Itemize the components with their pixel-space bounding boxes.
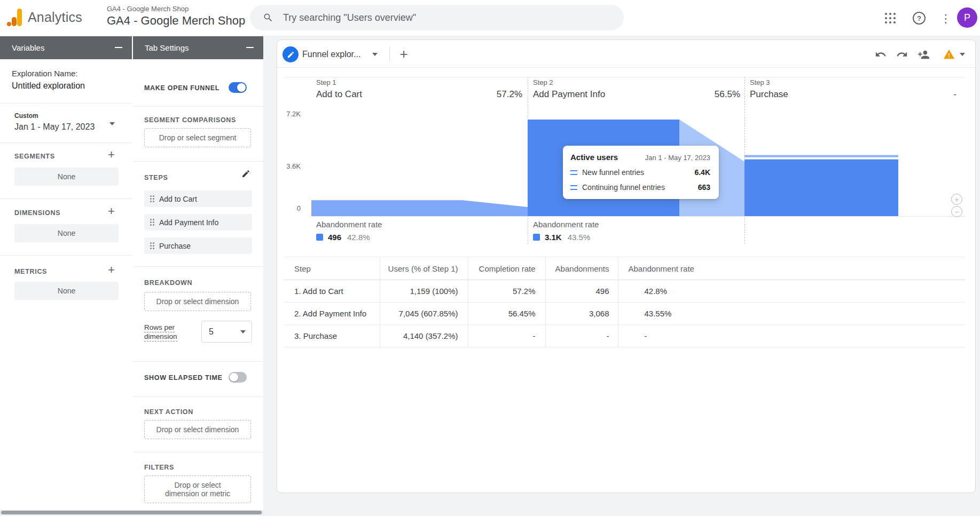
next-action-label: NEXT ACTION	[144, 408, 193, 416]
global-search	[250, 5, 624, 30]
col-header-abandonment-rate: Abandonment rate	[618, 257, 965, 280]
top-app-bar: Analytics GA4 - Google Merch Shop GA4 - …	[0, 0, 980, 36]
variables-panel: Variables Exploration Name: Untitled exp…	[0, 36, 132, 512]
tab-settings-panel-title: Tab Settings	[145, 43, 189, 52]
funnel-step-item[interactable]: Add Payment Info	[144, 214, 252, 231]
abandonment-step-1: Abandonment rate 496 42.8%	[316, 220, 382, 242]
edit-steps-pencil-icon[interactable]	[241, 169, 250, 178]
search-input[interactable]	[282, 12, 583, 24]
cell-step: 3. Purchase	[285, 325, 380, 347]
exploration-name-value[interactable]: Untitled exploration	[12, 81, 85, 91]
add-dimension-button[interactable]: +	[108, 205, 115, 217]
zoom-out-icon[interactable]: −	[951, 206, 962, 217]
abandonment-label: Abandonment rate	[533, 220, 599, 229]
avatar[interactable]: P	[957, 7, 977, 28]
help-icon[interactable]: ?	[912, 11, 926, 25]
divider	[389, 46, 390, 61]
chart-baseline	[311, 216, 965, 217]
canvas-tab-strip: Funnel explor... +	[277, 40, 975, 68]
abandonment-rate: 43.5%	[568, 233, 591, 242]
funnel-step-item-label: Add Payment Info	[159, 218, 218, 227]
funnel-step-item-label: Add to Cart	[159, 195, 197, 203]
drag-handle-icon	[150, 219, 152, 220]
tooltip-row-label: New funnel entries	[582, 168, 644, 177]
filters-label: FILTERS	[144, 464, 174, 471]
drag-handle-icon	[150, 195, 152, 197]
abandonment-count: 3.1K	[545, 233, 562, 242]
divider	[133, 452, 263, 453]
add-metric-button[interactable]: +	[108, 264, 115, 276]
date-range-value[interactable]: Jan 1 - May 17, 2023	[14, 122, 95, 132]
cell-step: 2. Add Payment Info	[285, 303, 380, 325]
col-header-step: Step	[285, 257, 380, 280]
abandonment-count: 496	[328, 233, 341, 242]
y-axis-tick: 0	[277, 204, 301, 212]
breakdown-dropzone[interactable]: Drop or select dimension	[144, 292, 251, 311]
undo-icon[interactable]	[874, 48, 887, 61]
divider	[0, 142, 132, 143]
divider	[133, 361, 263, 362]
warning-caret-icon[interactable]	[960, 53, 965, 56]
make-open-funnel-label: MAKE OPEN FUNNEL	[144, 84, 219, 92]
divider	[133, 161, 263, 162]
tab-edit-circle[interactable]	[283, 46, 299, 62]
col-header-abandonments: Abandonments	[545, 257, 618, 280]
y-axis-tick: 3.6K	[277, 162, 301, 170]
cell-users: 1,159 (100%)	[380, 280, 468, 303]
cell-completion-rate: 56.45%	[468, 303, 545, 325]
date-range-caret-icon[interactable]	[109, 122, 115, 125]
apps-grid-icon[interactable]	[883, 11, 897, 25]
scrollbar-thumb[interactable]	[1, 511, 262, 514]
col-header-users: Users (% of Step 1)	[380, 257, 468, 280]
redo-icon[interactable]	[896, 48, 908, 61]
tab-settings-panel: Tab Settings MAKE OPEN FUNNEL SEGMENT CO…	[133, 36, 263, 512]
exploration-canvas: Funnel explor... +	[277, 39, 976, 493]
show-elapsed-time-label: SHOW ELAPSED TIME	[144, 374, 223, 382]
next-action-dropzone[interactable]: Drop or select dimension	[144, 420, 251, 439]
zoom-in-icon[interactable]: +	[951, 194, 962, 205]
y-axis-tick: 7.2K	[277, 110, 301, 118]
kebab-menu-icon[interactable]: ⋮	[939, 11, 953, 25]
minimize-variables-button[interactable]	[113, 42, 124, 53]
rows-per-dimension-select[interactable]: 5	[201, 321, 252, 343]
add-tab-button[interactable]: +	[395, 45, 413, 63]
tab-funnel-exploration[interactable]: Funnel explor...	[302, 50, 360, 59]
chevron-down-icon	[240, 330, 246, 334]
tooltip-title: Active users	[570, 153, 618, 162]
tooltip-row-value: 663	[698, 183, 710, 192]
date-range-type: Custom	[14, 112, 38, 120]
cell-users: 4,140 (357.2%)	[380, 325, 468, 347]
cell-abandonments: 3,068	[545, 303, 618, 325]
table-row: 2. Add Payment Info 7,045 (607.85%) 56.4…	[285, 303, 965, 325]
tooltip-row-value: 6.4K	[694, 168, 710, 177]
dimensions-label: DIMENSIONS	[14, 209, 60, 217]
make-open-funnel-toggle[interactable]	[229, 82, 247, 93]
table-header-row: Step Users (% of Step 1) Completion rate…	[285, 257, 965, 280]
metrics-label: METRICS	[14, 268, 47, 275]
divider	[0, 199, 132, 199]
drag-handle-icon	[150, 242, 152, 244]
dimensions-none-chip: None	[14, 224, 119, 242]
divider	[0, 103, 132, 104]
abandonment-step-2: Abandonment rate 3.1K 43.5%	[533, 220, 599, 242]
segment-comparisons-label: SEGMENT COMPARISONS	[144, 116, 236, 124]
share-add-user-icon[interactable]	[917, 48, 930, 61]
col-header-completion-rate: Completion rate	[468, 257, 545, 280]
divider	[133, 266, 263, 267]
minimize-tab-settings-button[interactable]	[244, 42, 256, 53]
search-icon	[263, 12, 273, 23]
segment-comparisons-dropzone[interactable]: Drop or select segment	[144, 128, 251, 147]
product-name: Analytics	[28, 10, 82, 25]
show-elapsed-time-toggle[interactable]	[229, 372, 247, 383]
add-segment-button[interactable]: +	[108, 149, 115, 161]
filters-dropzone[interactable]: Drop or select dimension or metric	[144, 475, 251, 503]
funnel-step-item-label: Purchase	[159, 242, 191, 250]
legend-swatch-icon	[533, 234, 540, 241]
tab-caret-icon[interactable]	[372, 53, 378, 56]
property-title[interactable]: GA4 - Google Merch Shop	[107, 14, 245, 28]
funnel-step-item[interactable]: Purchase	[144, 237, 252, 254]
cell-abandonments: -	[545, 325, 618, 347]
funnel-step-item[interactable]: Add to Cart	[144, 190, 252, 207]
divider	[133, 396, 263, 397]
warning-icon[interactable]	[943, 48, 955, 61]
